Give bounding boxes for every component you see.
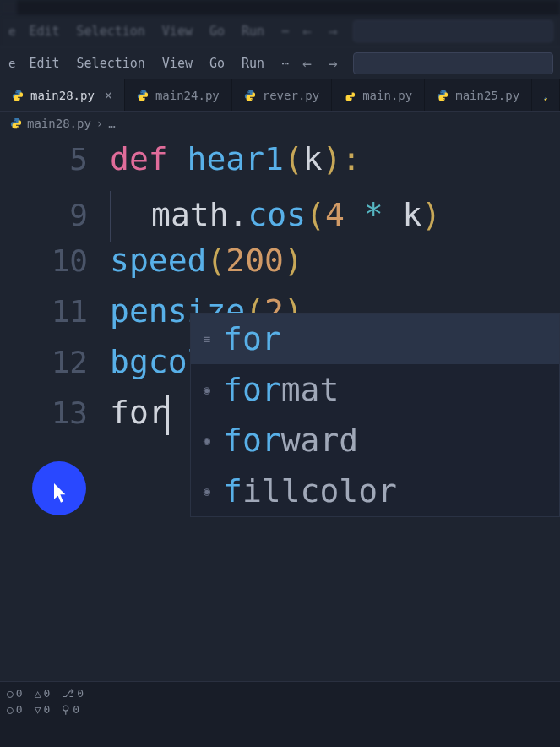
autocomplete-label: for	[223, 320, 281, 357]
python-icon	[437, 90, 449, 101]
tab-main[interactable]: main.py	[332, 79, 425, 111]
nav-forward-icon[interactable]: →	[323, 52, 343, 74]
autocomplete-popup: ≡for◉format◉forward◉fillcolor	[190, 313, 560, 517]
tabs-bar: main28.py × main24.py rever.py main.py m…	[0, 79, 560, 112]
code-content: for	[110, 394, 169, 435]
tab-label: rever.py	[263, 89, 319, 102]
code-line[interactable]: 10speed(200)	[0, 242, 560, 292]
autocomplete-item[interactable]: ◉format	[191, 364, 559, 415]
menu-run[interactable]: Run	[233, 52, 273, 74]
autocomplete-item[interactable]: ◉forward	[191, 415, 559, 466]
status-info[interactable]: ⎇ 0	[62, 687, 84, 700]
nav-forward-icon[interactable]: →	[323, 20, 343, 41]
tab-extra[interactable]	[532, 79, 560, 111]
tab-main24[interactable]: main24.py	[125, 79, 232, 111]
close-icon[interactable]: ×	[105, 88, 112, 103]
branch-icon: ⎇	[62, 687, 74, 700]
person-icon: ⚲	[62, 703, 70, 716]
status-item[interactable]: ▽ 0	[35, 703, 51, 716]
tab-rever[interactable]: rever.py	[232, 79, 332, 111]
line-number: 10	[0, 243, 110, 278]
menubar-ghost: e Edit Selection View Go Run ⋯ ← →	[0, 15, 560, 47]
breadcrumb-rest[interactable]: …	[108, 117, 115, 130]
code-line[interactable]: 9math.cos(4 * k)	[0, 191, 560, 242]
mouse-highlight-circle	[32, 461, 86, 515]
status-item[interactable]: ⚲ 0	[62, 703, 79, 716]
command-palette-input[interactable]	[353, 20, 553, 42]
status-item[interactable]: ○ 0	[7, 703, 23, 716]
circle-icon: ○	[7, 703, 14, 716]
status-errors[interactable]: ○ 0	[7, 687, 23, 700]
menu-edit[interactable]: Edit	[20, 52, 68, 74]
python-icon	[344, 90, 356, 101]
menu-run[interactable]: Run	[233, 20, 273, 42]
suggestion-kind-icon: ◉	[199, 382, 215, 397]
menu-go[interactable]: Go	[201, 52, 233, 74]
status-bar: ○ 0 △ 0 ⎇ 0 ○ 0 ▽ 0 ⚲ 0	[0, 681, 560, 747]
command-palette-input[interactable]	[353, 52, 553, 74]
ghost-tabs-top	[0, 0, 560, 15]
text-cursor	[166, 395, 169, 435]
menu-more[interactable]: ⋯	[273, 52, 297, 74]
line-number: 13	[0, 395, 110, 430]
menu-selection[interactable]: Selection	[68, 52, 154, 74]
menu-edit[interactable]: Edit	[20, 20, 68, 42]
breadcrumb: main28.py › …	[0, 112, 560, 135]
code-content: def hear1(k):	[110, 140, 361, 177]
suggestion-kind-icon: ≡	[199, 331, 215, 346]
circle-icon: ○	[7, 687, 14, 700]
breadcrumb-file[interactable]: main28.py	[27, 117, 91, 130]
menu-item[interactable]: e	[3, 21, 20, 41]
menu-more[interactable]: ⋯	[273, 20, 297, 42]
menu-item[interactable]: e	[3, 53, 20, 74]
mouse-cursor-icon	[53, 483, 68, 504]
code-content: speed(200)	[110, 242, 303, 279]
menu-selection[interactable]: Selection	[68, 20, 154, 42]
autocomplete-item[interactable]: ◉fillcolor	[191, 466, 559, 516]
menubar: e Edit Selection View Go Run ⋯ ← →	[0, 47, 560, 79]
python-icon	[137, 90, 149, 101]
status-warnings[interactable]: △ 0	[35, 687, 51, 700]
menu-go[interactable]: Go	[201, 20, 233, 42]
suggestion-kind-icon: ◉	[199, 483, 215, 499]
line-number: 12	[0, 345, 110, 379]
python-icon	[10, 117, 22, 129]
code-line[interactable]: 5def hear1(k):	[0, 140, 560, 191]
line-number: 11	[0, 294, 110, 329]
tab-label: main28.py	[30, 89, 95, 102]
python-icon	[244, 90, 256, 101]
python-icon	[12, 90, 24, 101]
tab-label: main24.py	[155, 89, 220, 102]
tab-label: main25.py	[455, 89, 519, 102]
autocomplete-label: fillcolor	[223, 472, 397, 510]
breadcrumb-sep: ›	[96, 117, 103, 130]
triangle-down-icon: ▽	[35, 703, 41, 716]
line-number: 5	[0, 142, 110, 177]
python-icon	[544, 90, 547, 101]
nav-back-icon[interactable]: ←	[297, 20, 317, 41]
line-number: 9	[0, 198, 110, 232]
suggestion-kind-icon: ◉	[199, 433, 215, 448]
menu-view[interactable]: View	[154, 52, 201, 74]
autocomplete-item[interactable]: ≡for	[191, 314, 559, 364]
code-content: math.cos(4 * k)	[110, 191, 441, 242]
autocomplete-label: format	[223, 371, 339, 408]
menu-view[interactable]: View	[154, 20, 201, 42]
tab-main28[interactable]: main28.py ×	[0, 79, 125, 111]
tab-main25[interactable]: main25.py	[425, 79, 532, 111]
tab-label: main.py	[362, 89, 412, 102]
triangle-icon: △	[35, 687, 41, 700]
autocomplete-label: forward	[223, 422, 358, 459]
nav-back-icon[interactable]: ←	[297, 52, 317, 74]
